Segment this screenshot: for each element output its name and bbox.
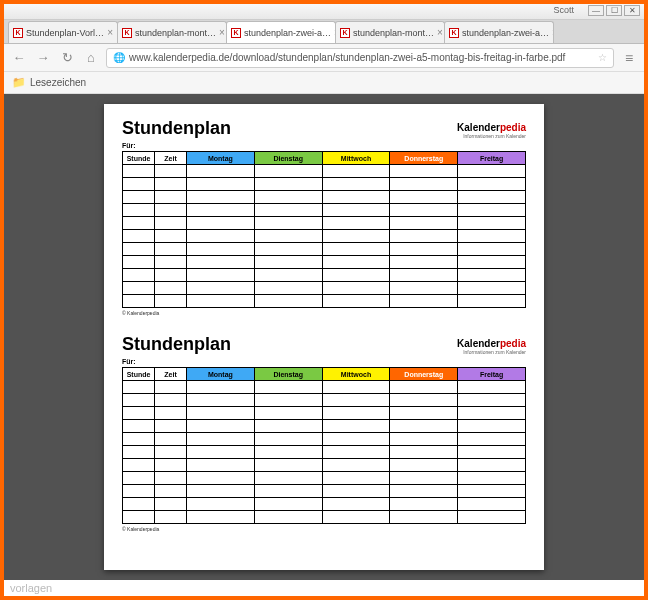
table-cell: [322, 256, 390, 269]
bookmark-item[interactable]: Lesezeichen: [30, 77, 86, 88]
url-text: www.kalenderpedia.de/download/stundenpla…: [129, 52, 565, 63]
table-cell: [322, 459, 390, 472]
table-cell: [254, 472, 322, 485]
table-cell: [187, 178, 255, 191]
table-cell: [390, 472, 458, 485]
footer: vorlagen: [4, 580, 644, 596]
table-row: [123, 295, 526, 308]
table-cell: [458, 381, 526, 394]
table-cell: [187, 511, 255, 524]
table-cell: [458, 230, 526, 243]
table-cell: [187, 243, 255, 256]
table-cell: [254, 165, 322, 178]
favicon-icon: K: [231, 28, 241, 38]
table-cell: [155, 217, 187, 230]
table-cell: [187, 230, 255, 243]
table-cell: [187, 165, 255, 178]
forward-button[interactable]: →: [34, 49, 52, 67]
table-cell: [322, 407, 390, 420]
browser-tab[interactable]: K stundenplan-zwei-a… ×: [444, 21, 554, 43]
table-cell: [390, 230, 458, 243]
for-label: Für:: [122, 142, 526, 149]
table-cell: [390, 394, 458, 407]
table-row: [123, 269, 526, 282]
table-cell: [254, 204, 322, 217]
profile-name[interactable]: Scott: [553, 5, 574, 15]
browser-tab[interactable]: K Stundenplan-Vorl… ×: [8, 21, 118, 43]
table-cell: [155, 420, 187, 433]
table-cell: [458, 446, 526, 459]
tab-close-icon[interactable]: ×: [552, 27, 554, 38]
table-cell: [458, 178, 526, 191]
toolbar: ← → ↻ ⌂ 🌐 www.kalenderpedia.de/download/…: [4, 44, 644, 72]
tab-close-icon[interactable]: ×: [107, 27, 113, 38]
table-cell: [123, 269, 155, 282]
bookmark-star-icon[interactable]: ☆: [598, 52, 607, 63]
table-cell: [155, 407, 187, 420]
for-label: Für:: [122, 358, 526, 365]
table-cell: [123, 230, 155, 243]
col-stunde: Stunde: [123, 152, 155, 165]
table-cell: [458, 243, 526, 256]
pdf-viewer[interactable]: Stundenplan Kalenderpedia Informationen …: [4, 94, 644, 580]
table-row: [123, 459, 526, 472]
minimize-button[interactable]: —: [588, 5, 604, 16]
table-cell: [123, 485, 155, 498]
table-cell: [123, 446, 155, 459]
table-cell: [155, 165, 187, 178]
table-cell: [458, 407, 526, 420]
table-row: [123, 191, 526, 204]
table-cell: [254, 433, 322, 446]
table-cell: [254, 420, 322, 433]
table-cell: [123, 472, 155, 485]
address-bar[interactable]: 🌐 www.kalenderpedia.de/download/stundenp…: [106, 48, 614, 68]
table-cell: [187, 446, 255, 459]
table-row: [123, 420, 526, 433]
favicon-icon: K: [340, 28, 350, 38]
table-cell: [322, 511, 390, 524]
table-cell: [254, 191, 322, 204]
maximize-button[interactable]: ☐: [606, 5, 622, 16]
table-cell: [254, 230, 322, 243]
reload-button[interactable]: ↻: [58, 49, 76, 67]
browser-tab[interactable]: K stundenplan-mont… ×: [117, 21, 227, 43]
back-button[interactable]: ←: [10, 49, 28, 67]
table-cell: [123, 191, 155, 204]
table-cell: [322, 178, 390, 191]
tab-close-icon[interactable]: ×: [437, 27, 443, 38]
table-row: [123, 282, 526, 295]
table-cell: [155, 381, 187, 394]
browser-tab[interactable]: K stundenplan-zwei-a… ×: [226, 21, 336, 43]
copyright: © Kalenderpedia: [122, 310, 526, 316]
table-cell: [123, 204, 155, 217]
col-tue: Dienstag: [254, 368, 322, 381]
table-cell: [254, 282, 322, 295]
table-cell: [254, 243, 322, 256]
table-row: [123, 394, 526, 407]
table-cell: [254, 446, 322, 459]
table-cell: [254, 498, 322, 511]
menu-button[interactable]: ≡: [620, 50, 638, 66]
browser-tab[interactable]: K stundenplan-mont… ×: [335, 21, 445, 43]
table-cell: [187, 407, 255, 420]
close-button[interactable]: ✕: [624, 5, 640, 16]
brand-b: pedia: [500, 338, 526, 349]
table-row: [123, 165, 526, 178]
tab-close-icon[interactable]: ×: [219, 27, 225, 38]
tab-strip: K Stundenplan-Vorl… × K stundenplan-mont…: [4, 20, 644, 44]
table-cell: [390, 269, 458, 282]
table-cell: [458, 511, 526, 524]
table-cell: [155, 459, 187, 472]
table-cell: [155, 446, 187, 459]
col-thu: Donnerstag: [390, 152, 458, 165]
table-cell: [187, 256, 255, 269]
tab-label: Stundenplan-Vorl…: [26, 28, 104, 38]
table-cell: [123, 433, 155, 446]
table-cell: [322, 381, 390, 394]
home-button[interactable]: ⌂: [82, 49, 100, 67]
table-cell: [458, 420, 526, 433]
table-cell: [123, 178, 155, 191]
col-zeit: Zeit: [155, 152, 187, 165]
table-cell: [390, 459, 458, 472]
table-cell: [322, 446, 390, 459]
